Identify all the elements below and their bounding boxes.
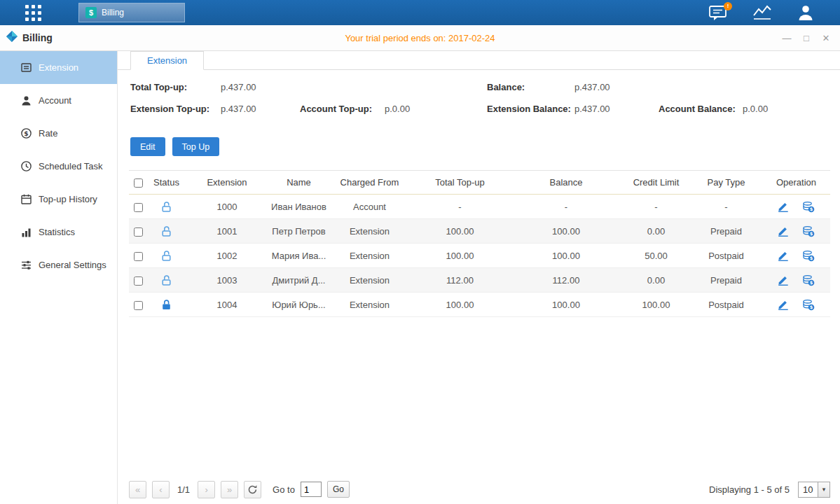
row-checkbox[interactable] [134, 227, 143, 237]
pagination-bar: « ‹ 1/1 › » Go to Go Di [129, 480, 830, 498]
summary-panel: Total Top-up: p.437.00 Balance: p.437.00… [118, 70, 840, 137]
table-row: 1002 Мария Ива... Extension 100.00 100.0… [129, 244, 830, 268]
unlocked-icon[interactable] [160, 201, 172, 213]
tabstrip: Extension [118, 51, 840, 70]
table-row: 1003 Дмитрий Д... Extension 112.00 112.0… [129, 268, 830, 293]
row-checkbox[interactable] [134, 276, 143, 286]
cell-pay-type: Prepaid [690, 219, 762, 244]
edit-icon[interactable] [778, 201, 789, 212]
cell-name: Петр Петров [268, 219, 329, 244]
topup-icon[interactable]: $ [802, 225, 815, 237]
total-topup-value: p.437.00 [221, 82, 256, 92]
cell-credit-limit: 50.00 [622, 244, 690, 268]
extension-topup-label: Extension Top-up: [130, 104, 209, 114]
cell-total-topup: 100.00 [410, 293, 510, 317]
sidebar-item-label: Top-up History [39, 194, 97, 204]
apps-grid-icon[interactable] [25, 5, 41, 21]
row-checkbox[interactable] [134, 252, 143, 261]
edit-icon[interactable] [778, 274, 789, 286]
close-button[interactable]: ✕ [820, 33, 832, 43]
sidebar-item-account[interactable]: Account [0, 84, 117, 117]
scheduled-task-icon [20, 160, 32, 172]
cell-charged-from: Extension [329, 244, 410, 268]
unlocked-icon[interactable] [160, 250, 172, 262]
edit-button[interactable]: Edit [130, 137, 165, 156]
cell-total-topup: 100.00 [410, 244, 510, 268]
cell-pay-type: Postpaid [690, 244, 762, 268]
user-account-icon[interactable] [797, 4, 815, 22]
svg-text:$: $ [24, 130, 28, 137]
cell-balance: 100.00 [510, 244, 622, 268]
locked-icon[interactable] [160, 299, 172, 311]
sidebar-item-label: Scheduled Task [39, 161, 103, 172]
topup-icon[interactable]: $ [802, 274, 815, 286]
sidebar-item-general-settings[interactable]: General Settings [0, 248, 117, 281]
cell-pay-type: Postpaid [690, 293, 762, 317]
extension-balance-value: p.437.00 [574, 104, 610, 114]
refresh-button[interactable] [244, 481, 261, 498]
col-total-topup: Total Top-up [410, 171, 510, 195]
main-content: Extension Total Top-up: p.437.00 Balance… [118, 51, 840, 504]
select-all-checkbox[interactable] [134, 178, 143, 188]
page-size-value: 10 [799, 482, 818, 497]
sidebar-item-statistics[interactable]: Statistics [0, 216, 117, 248]
sidebar: Extension Account $ Rate [0, 51, 118, 504]
cell-extension: 1004 [186, 293, 268, 317]
go-button[interactable]: Go [327, 481, 350, 498]
row-checkbox[interactable] [134, 301, 143, 310]
minimize-button[interactable]: — [781, 33, 792, 43]
cell-balance: - [510, 195, 622, 219]
unlocked-icon[interactable] [160, 274, 172, 286]
balance-value: p.437.00 [574, 82, 610, 92]
topbar: $ Billing ! [0, 0, 840, 25]
prev-page-button[interactable]: ‹ [152, 481, 170, 498]
table-header-row: Status Extension Name Charged From Total… [129, 171, 830, 195]
balance-label: Balance: [487, 82, 525, 92]
table-row: 1001 Петр Петров Extension 100.00 100.00… [129, 219, 830, 244]
cell-name: Дмитрий Д... [268, 268, 329, 293]
goto-page-input[interactable] [301, 482, 322, 497]
cell-charged-from: Extension [329, 268, 410, 293]
edit-icon[interactable] [778, 299, 789, 310]
unlocked-icon[interactable] [160, 225, 172, 237]
cell-pay-type: Prepaid [690, 268, 762, 293]
maximize-button[interactable]: □ [801, 33, 812, 43]
trial-notice: Your trial period ends on: 2017-02-24 [0, 33, 840, 43]
cell-credit-limit: 0.00 [622, 219, 690, 244]
topup-icon[interactable]: $ [802, 299, 815, 311]
sidebar-item-topup-history[interactable]: Top-up History [0, 183, 117, 216]
extension-table: Status Extension Name Charged From Total… [129, 170, 830, 317]
col-extension: Extension [186, 171, 268, 195]
edit-icon[interactable] [778, 225, 789, 237]
app-window: $ Billing ! [0, 0, 840, 504]
next-page-button[interactable]: › [198, 481, 215, 498]
sidebar-item-extension[interactable]: Extension [0, 51, 117, 84]
sidebar-item-rate[interactable]: $ Rate [0, 117, 117, 150]
last-page-button[interactable]: » [221, 481, 238, 498]
sidebar-item-scheduled-task[interactable]: Scheduled Task [0, 150, 117, 183]
reports-chart-icon[interactable] [752, 4, 773, 21]
edit-icon[interactable] [778, 250, 789, 261]
page-size-select[interactable]: 10 ▾ [798, 482, 830, 498]
sidebar-item-label: General Settings [39, 260, 106, 270]
topup-icon[interactable]: $ [802, 201, 815, 213]
table-body: 1000 Иван Иванов Account - - - - $ [129, 195, 830, 317]
cell-balance: 100.00 [510, 293, 622, 317]
cell-credit-limit: 0.00 [622, 268, 690, 293]
notification-badge: ! [724, 2, 732, 10]
top-up-button[interactable]: Top Up [172, 137, 220, 156]
chevron-down-icon: ▾ [818, 482, 829, 497]
topup-icon[interactable]: $ [802, 250, 815, 262]
row-checkbox[interactable] [134, 203, 143, 212]
total-topup-label: Total Top-up: [130, 82, 187, 92]
extension-topup-value: p.437.00 [221, 104, 256, 114]
col-balance: Balance [510, 171, 622, 195]
topbar-tab-billing[interactable]: $ Billing [78, 3, 185, 22]
messages-icon[interactable]: ! [708, 4, 728, 22]
first-page-button[interactable]: « [129, 481, 146, 498]
col-charged-from: Charged From [329, 171, 410, 195]
tab-extension[interactable]: Extension [130, 51, 204, 70]
account-topup-label: Account Top-up: [300, 104, 372, 114]
svg-text:$: $ [810, 206, 813, 212]
cell-extension: 1003 [186, 268, 268, 293]
